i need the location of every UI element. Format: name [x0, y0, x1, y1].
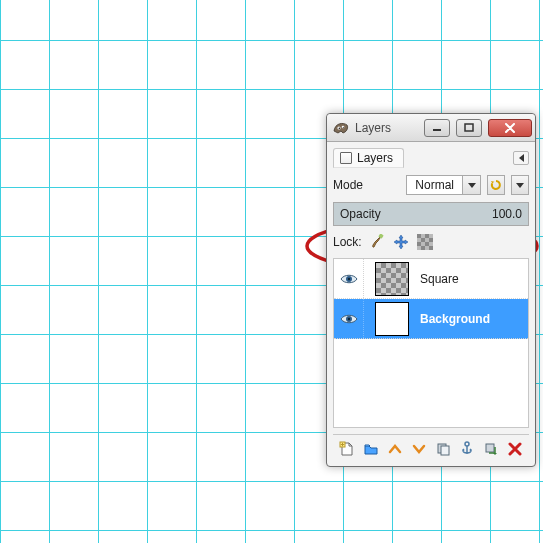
chevron-down-icon [468, 183, 476, 188]
layer-row-background[interactable]: Background [334, 299, 528, 339]
anchor-icon [460, 441, 474, 457]
svg-point-4 [343, 126, 344, 127]
delete-icon [508, 442, 522, 456]
mode-dropdown-button[interactable] [463, 175, 481, 195]
lock-label: Lock: [333, 235, 362, 249]
mode-reset-button[interactable] [487, 175, 505, 195]
tab-bar: Layers [333, 148, 529, 168]
layer-row-square[interactable]: Square [334, 259, 528, 299]
opacity-slider[interactable]: Opacity 100.0 [333, 202, 529, 226]
new-group-button[interactable] [361, 439, 381, 459]
mode-row: Mode Normal [333, 174, 529, 196]
page-icon [339, 441, 355, 457]
minimize-button[interactable] [424, 119, 450, 137]
svg-rect-5 [433, 129, 441, 131]
mode-extra-dropdown[interactable] [511, 175, 529, 195]
lock-position-toggle[interactable] [392, 233, 410, 251]
duplicate-layer-button[interactable] [433, 439, 453, 459]
raise-layer-button[interactable] [385, 439, 405, 459]
lower-layer-button[interactable] [409, 439, 429, 459]
chevron-down-icon [516, 183, 524, 188]
mode-value: Normal [406, 175, 463, 195]
menu-triangle-icon [519, 154, 524, 162]
delete-layer-button[interactable] [505, 439, 525, 459]
svg-rect-16 [486, 444, 494, 452]
anchor-layer-button[interactable] [457, 439, 477, 459]
gimp-icon [333, 121, 349, 135]
alpha-icon [417, 234, 433, 250]
merge-icon [483, 441, 499, 457]
duplicate-icon [435, 441, 451, 457]
folder-icon [363, 441, 379, 457]
layer-name[interactable]: Background [420, 312, 490, 326]
tab-menu-button[interactable] [513, 151, 529, 165]
mode-label: Mode [333, 178, 400, 192]
title-text: Layers [355, 121, 418, 135]
svg-point-11 [347, 317, 349, 319]
eye-icon [340, 273, 358, 285]
lock-alpha-toggle[interactable] [416, 233, 434, 251]
tab-label: Layers [357, 151, 393, 165]
move-icon [393, 234, 409, 250]
panel-body: Layers Mode Normal [327, 142, 535, 466]
chevron-up-icon [388, 444, 402, 454]
layers-list[interactable]: Square Background [333, 258, 529, 428]
svg-point-2 [339, 127, 340, 128]
lock-row: Lock: [333, 232, 529, 252]
layers-panel: Layers Layers Mode [326, 113, 536, 467]
svg-rect-6 [465, 124, 473, 131]
maximize-button[interactable] [456, 119, 482, 137]
tab-layers[interactable]: Layers [333, 148, 404, 168]
close-button[interactable] [488, 119, 532, 137]
visibility-toggle[interactable] [334, 299, 364, 338]
layer-thumbnail [364, 262, 420, 296]
new-layer-button[interactable] [337, 439, 357, 459]
layer-name[interactable]: Square [420, 272, 459, 286]
layer-thumbnail [364, 302, 420, 336]
merge-down-button[interactable] [481, 439, 501, 459]
svg-point-15 [465, 442, 469, 446]
eye-icon [340, 313, 358, 325]
titlebar[interactable]: Layers [327, 114, 535, 142]
bottom-toolbar [333, 434, 529, 462]
svg-point-9 [347, 277, 349, 279]
opacity-value: 100.0 [492, 207, 522, 221]
lock-pixels-toggle[interactable] [368, 233, 386, 251]
svg-rect-14 [441, 446, 449, 455]
visibility-toggle[interactable] [334, 259, 364, 298]
opacity-label: Opacity [340, 207, 492, 221]
brush-icon [370, 234, 384, 250]
chevron-down-icon [412, 444, 426, 454]
mode-select[interactable]: Normal [406, 175, 481, 195]
layers-tab-icon [340, 152, 352, 164]
